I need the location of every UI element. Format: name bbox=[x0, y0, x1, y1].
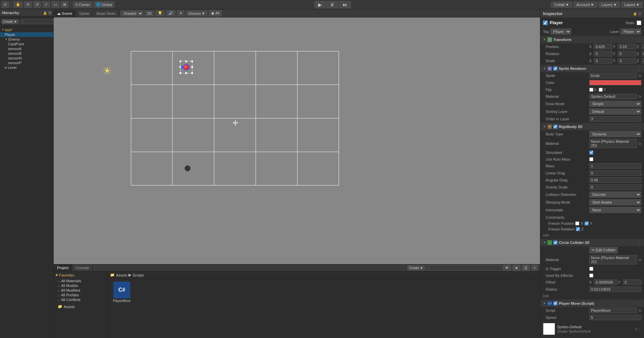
rot-x-input[interactable] bbox=[594, 51, 612, 56]
freeze-pos-y-checkbox[interactable] bbox=[585, 221, 589, 225]
sprite-renderer-header[interactable]: ▼ 🖼 Sprite Renderer ⋮ bbox=[540, 65, 644, 72]
pos-x-input[interactable] bbox=[594, 44, 612, 49]
list-btn[interactable]: ☰ bbox=[522, 265, 530, 271]
breadcrumb-assets[interactable]: Assets bbox=[116, 273, 127, 277]
move-tool-btn[interactable]: ✛ bbox=[24, 1, 32, 8]
material-ref[interactable]: Sprites-Default bbox=[589, 94, 637, 99]
star-btn[interactable]: ★ bbox=[512, 265, 521, 271]
gravity-scale-input[interactable] bbox=[589, 184, 641, 190]
mat-action-btn-1[interactable]: ⊙ bbox=[635, 327, 637, 331]
scale-tool-btn[interactable]: ⤢ bbox=[42, 1, 50, 8]
obj-static-checkbox[interactable] bbox=[637, 20, 641, 25]
play-btn[interactable]: ▶ bbox=[314, 1, 326, 8]
shaded-dropdown[interactable]: Shaded bbox=[120, 10, 143, 16]
close-panel-btn[interactable]: × bbox=[531, 265, 538, 271]
sleeping-mode-select[interactable]: Start Awake bbox=[589, 199, 641, 205]
fav-assets[interactable]: 📁 Assets bbox=[55, 304, 106, 309]
material-select-btn[interactable]: ⊙ bbox=[638, 94, 641, 99]
transform-dots-btn[interactable]: ⋮ bbox=[638, 38, 641, 42]
sprite-ref[interactable]: Knob bbox=[589, 73, 637, 78]
tag-select[interactable]: Player bbox=[550, 29, 571, 35]
circle-collider-header[interactable]: ▼ ○ Circle Collider 2D ⋮ bbox=[540, 239, 644, 246]
sr-enabled-checkbox[interactable] bbox=[553, 67, 557, 71]
account-btn[interactable]: Account ▼ bbox=[574, 2, 597, 8]
tab-console[interactable]: Console bbox=[72, 264, 93, 271]
interpolate-select[interactable]: None bbox=[589, 207, 641, 213]
breadcrumb-scripts[interactable]: Scripts bbox=[133, 273, 144, 277]
angular-drag-input[interactable] bbox=[589, 177, 641, 183]
hier-item-sensorp[interactable]: sensorP bbox=[0, 60, 53, 65]
lights-btn[interactable]: 💡 bbox=[155, 10, 165, 16]
freeze-rot-z-checkbox[interactable] bbox=[576, 227, 580, 231]
rot-z-input[interactable] bbox=[642, 51, 644, 56]
flip-x-checkbox[interactable] bbox=[589, 88, 593, 92]
audio-btn[interactable]: 🔊 bbox=[166, 10, 176, 16]
collab-btn[interactable]: Collab ▼ bbox=[551, 2, 572, 8]
asset-playermove[interactable]: C# PlayerMove bbox=[110, 282, 134, 303]
sc-x-input[interactable] bbox=[594, 58, 612, 64]
rb-material-select-btn[interactable]: ⊙ bbox=[638, 141, 641, 146]
script-ref[interactable]: PlayerMove bbox=[589, 308, 637, 313]
hier-item-enemy[interactable]: ▼ Enemy bbox=[0, 37, 53, 42]
rb-material-ref[interactable]: None (Physics Material 2D) bbox=[589, 139, 637, 148]
step-btn[interactable]: ⏭ bbox=[339, 1, 351, 8]
pos-y-input[interactable] bbox=[618, 44, 636, 49]
hier-item-level[interactable]: ▶ Level bbox=[0, 65, 53, 70]
fx-btn[interactable]: ✦ bbox=[177, 10, 185, 16]
fav-all-modified[interactable]: ⌕ All Modified bbox=[55, 288, 106, 293]
asset-search-input[interactable] bbox=[426, 265, 501, 270]
twod-btn[interactable]: 2D bbox=[145, 10, 154, 16]
pm-enabled-checkbox[interactable] bbox=[553, 301, 557, 305]
hier-item-player[interactable]: Player bbox=[0, 32, 53, 37]
speed-input[interactable] bbox=[589, 315, 641, 320]
cc-material-select-btn[interactable]: ⊙ bbox=[638, 258, 641, 262]
pause-btn[interactable]: ⏸ bbox=[326, 1, 338, 8]
rot-y-input[interactable] bbox=[618, 51, 636, 56]
rb-dots-btn[interactable]: ⋮ bbox=[638, 125, 641, 129]
tab-asset-store[interactable]: Asset Store bbox=[93, 10, 119, 17]
gizmos-btn[interactable]: Gizmos ▼ bbox=[186, 10, 207, 16]
center-toggle-btn[interactable]: ⊙ Center bbox=[73, 1, 92, 8]
freeze-pos-x-checkbox[interactable] bbox=[575, 221, 579, 225]
hierarchy-lock-icon[interactable]: 🔒 bbox=[43, 11, 47, 15]
global-toggle-btn[interactable]: 🌐 Global bbox=[94, 1, 114, 8]
fav-all-models[interactable]: ⌕ All Models bbox=[55, 283, 106, 288]
sr-dots-btn[interactable]: ⋮ bbox=[638, 67, 641, 71]
rb-enabled-checkbox[interactable] bbox=[553, 125, 557, 129]
script-select-btn[interactable]: ⊙ bbox=[638, 308, 641, 313]
sprite-select-btn[interactable]: ⊙ bbox=[638, 74, 641, 78]
viewport[interactable]: ☀ bbox=[54, 17, 540, 264]
tab-scene[interactable]: ⛰ Scene bbox=[54, 10, 76, 17]
fav-all-prefabs[interactable]: ⌕ All Prefabs bbox=[55, 293, 106, 297]
layer-select[interactable]: Player bbox=[621, 29, 641, 35]
hierarchy-create-btn[interactable]: Create ▼ bbox=[1, 19, 19, 24]
hier-item-castpoint[interactable]: CastPoint bbox=[0, 42, 53, 46]
hier-item-sensora[interactable]: sensorA bbox=[0, 46, 53, 51]
offset-y-input[interactable] bbox=[623, 280, 641, 285]
rect-tool-btn[interactable]: ▭ bbox=[51, 1, 59, 8]
logo-btn[interactable]: ⊙ bbox=[1, 1, 9, 8]
cc-dots-btn[interactable]: ⋮ bbox=[638, 241, 641, 245]
hand-tool-btn[interactable]: ✋ bbox=[13, 1, 23, 8]
fav-all-materials[interactable]: ⌕ All Materials bbox=[55, 279, 106, 283]
transform-tool-btn[interactable]: ⊞ bbox=[61, 1, 68, 8]
eye-btn[interactable]: 👁 bbox=[503, 265, 511, 271]
hier-item-sensorn[interactable]: sensorN bbox=[0, 56, 53, 60]
tab-game[interactable]: Game bbox=[76, 10, 93, 17]
hier-item-sensorb[interactable]: sensorB bbox=[0, 51, 53, 56]
inspector-menu-icon[interactable]: ☰ bbox=[638, 12, 641, 15]
all-layers-btn[interactable]: ◉ All bbox=[209, 10, 222, 16]
use-auto-mass-checkbox[interactable] bbox=[589, 157, 593, 161]
pos-z-input[interactable] bbox=[642, 44, 644, 49]
flip-y-checkbox[interactable] bbox=[599, 88, 603, 92]
transform-header[interactable]: ▼ ⤢ Transform ⋮ bbox=[540, 36, 644, 43]
bottom-create-btn[interactable]: Create ▼ bbox=[407, 265, 425, 270]
mass-input[interactable] bbox=[589, 163, 641, 169]
cc-enabled-checkbox[interactable] bbox=[553, 241, 557, 245]
cc-material-ref[interactable]: None (Physics Material 2D) bbox=[589, 255, 637, 264]
obj-active-checkbox[interactable] bbox=[543, 20, 548, 25]
rotate-tool-btn[interactable]: ↺ bbox=[33, 1, 41, 8]
sc-z-input[interactable] bbox=[642, 58, 644, 64]
simulated-checkbox[interactable] bbox=[589, 151, 593, 155]
body-type-select[interactable]: Dynamic bbox=[589, 131, 641, 137]
